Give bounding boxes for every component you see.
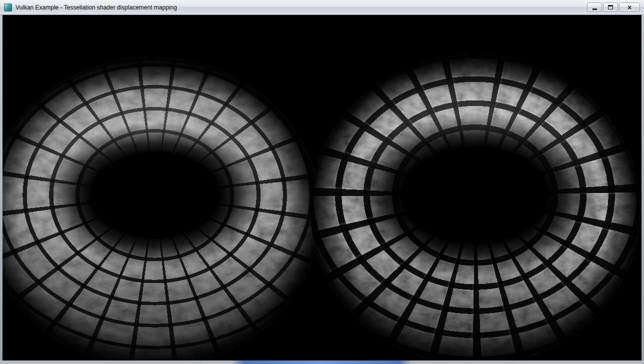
close-icon: × — [628, 4, 632, 11]
titlebar[interactable]: Vulkan Example - Tessellation shader dis… — [0, 0, 644, 15]
window-title: Vulkan Example - Tessellation shader dis… — [16, 4, 177, 11]
window-bottom-border — [0, 360, 644, 364]
render-viewport[interactable] — [2, 15, 642, 360]
torus-left-hole — [45, 122, 265, 268]
maximize-button[interactable] — [603, 2, 618, 12]
torus-left — [2, 58, 320, 360]
close-button[interactable]: × — [619, 2, 640, 12]
maximize-icon — [608, 5, 613, 10]
window-controls: × — [587, 2, 640, 12]
minimize-icon — [592, 8, 597, 10]
minimize-button[interactable] — [587, 2, 602, 12]
app-window: Vulkan Example - Tessellation shader dis… — [0, 0, 644, 364]
vulkan-example-icon — [4, 4, 12, 12]
window-frame — [0, 15, 644, 360]
torus-right-hole — [350, 112, 600, 278]
torus-right — [310, 55, 640, 360]
